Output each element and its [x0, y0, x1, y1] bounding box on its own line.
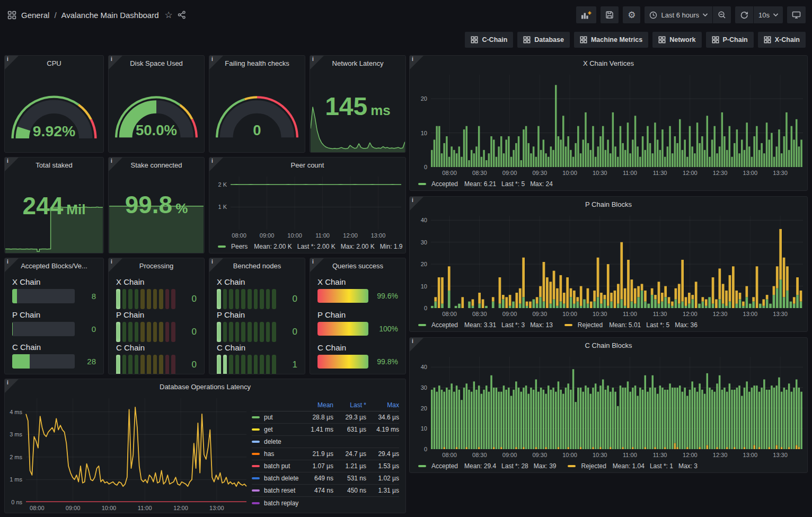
panel-title[interactable]: Peer count: [209, 157, 405, 172]
zoom-out-time-button[interactable]: [712, 6, 731, 23]
db-legend-header-max[interactable]: Max: [366, 401, 399, 409]
legend-item[interactable]: RejectedMean: 5.01Last *: 5Max: 36: [564, 321, 698, 329]
svg-text:20: 20: [421, 405, 427, 411]
share-icon[interactable]: [178, 11, 186, 19]
cycle-view-mode-button[interactable]: [787, 6, 806, 23]
refresh-interval-picker[interactable]: 10s: [753, 6, 783, 23]
led-cell: [122, 322, 127, 342]
led-cell: [235, 289, 240, 309]
panel-title[interactable]: Disk Space Used: [109, 56, 204, 71]
legend-stat: Mean: 5.01: [609, 321, 641, 329]
dashboard-link-machine-metrics[interactable]: Machine Metrics: [574, 32, 648, 48]
svg-text:10: 10: [421, 130, 427, 136]
stat-value: 99.8 %: [125, 192, 188, 217]
legend-item[interactable]: delete: [252, 438, 301, 445]
led-cell: [165, 355, 170, 374]
led-gauge-row: X Chain0: [116, 276, 197, 309]
legend-item[interactable]: AcceptedMean: 6.21Last *: 5Max: 24: [418, 180, 553, 188]
legend-item[interactable]: has: [252, 450, 301, 458]
db-legend-header-mean[interactable]: Mean: [301, 401, 333, 409]
panel-info-icon[interactable]: i: [5, 157, 19, 171]
disk-gauge: 50.0%: [109, 71, 204, 152]
panel-database-operations-latency: i Database Operations Latency 08:0009:00…: [4, 379, 406, 513]
chart-legend: AcceptedMean: 29.4Last *: 28Max: 39Rejec…: [410, 460, 807, 472]
db-legend-value: 29.3 µs: [333, 414, 366, 421]
svg-text:10:30: 10:30: [593, 311, 607, 317]
legend-item[interactable]: put: [252, 414, 301, 421]
panel-info-icon[interactable]: i: [109, 56, 122, 69]
panel-title[interactable]: Accepted Blocks/Ve...: [5, 258, 103, 273]
panel-title[interactable]: Failing health checks: [209, 56, 305, 71]
svg-text:09:00: 09:00: [66, 505, 81, 511]
legend-stat: Last *: 28: [501, 462, 528, 470]
panel-info-icon[interactable]: i: [5, 379, 19, 393]
dashboard-link-database[interactable]: Database: [517, 32, 570, 48]
panel-title[interactable]: Stake connected: [109, 157, 204, 172]
panel-info-icon[interactable]: i: [209, 157, 223, 171]
led-cell: [235, 355, 240, 374]
panel-info-icon[interactable]: i: [410, 197, 423, 211]
panel-title[interactable]: P Chain Blocks: [410, 197, 807, 212]
panel-c-chain-blocks: i C Chain Blocks 08:0008:3009:0009:3010:…: [409, 337, 808, 473]
legend-stat: Mean: 1.04: [613, 462, 645, 470]
favorite-star-icon[interactable]: ☆: [165, 10, 173, 21]
refresh-button[interactable]: [735, 6, 753, 23]
breadcrumb-dashboard-title[interactable]: Avalanche Main Dashboard: [61, 11, 159, 20]
panel-title[interactable]: Queries success: [310, 258, 405, 273]
dashboard-link-network[interactable]: Network: [652, 32, 701, 48]
svg-text:1 K: 1 K: [218, 204, 227, 210]
chain-label: C Chain: [317, 343, 398, 352]
db-legend-header-row: MeanLast *Max: [252, 399, 399, 411]
led-cell: [260, 355, 264, 374]
legend-item[interactable]: batch reset: [252, 487, 301, 494]
dashboard-link-x-chain[interactable]: X-Chain: [758, 32, 806, 48]
panel-title[interactable]: Processing: [109, 258, 204, 273]
save-dashboard-button[interactable]: [601, 6, 619, 23]
legend-stat: Min: 1.9: [380, 243, 403, 250]
legend-item[interactable]: get: [252, 426, 301, 433]
dashboard-link-c-chain[interactable]: C-Chain: [465, 32, 513, 48]
breadcrumb-folder[interactable]: General: [21, 11, 49, 20]
svg-text:10:00: 10:00: [562, 452, 577, 458]
panel-title[interactable]: C Chain Blocks: [410, 338, 807, 353]
panel-info-icon[interactable]: i: [209, 258, 223, 272]
led-strip: [116, 289, 175, 309]
svg-text:09:30: 09:30: [532, 452, 547, 458]
legend-item[interactable]: RejectedMean: 1.04Last *: 1Max: 3: [568, 462, 697, 470]
add-panel-button[interactable]: [576, 6, 596, 23]
panel-info-icon[interactable]: i: [410, 56, 423, 69]
panel-info-icon[interactable]: i: [410, 338, 423, 352]
dashboard-settings-button[interactable]: ⚙: [623, 6, 640, 23]
refresh-icon: [740, 11, 748, 19]
panel-title[interactable]: Benched nodes: [209, 258, 305, 273]
panel-title[interactable]: Network Latency: [310, 56, 405, 71]
panel-info-icon[interactable]: i: [209, 56, 223, 69]
legend-item[interactable]: batch delete: [252, 475, 301, 482]
panel-title[interactable]: Total staked: [5, 157, 103, 172]
dashboards-grid-icon[interactable]: [7, 11, 16, 20]
led-cell: [217, 289, 221, 309]
panel-title[interactable]: CPU: [5, 56, 103, 71]
legend-item[interactable]: batch put: [252, 462, 301, 470]
panel-title[interactable]: Database Operations Latency: [5, 379, 405, 394]
legend-item[interactable]: AcceptedMean: 29.4Last *: 28Max: 39: [418, 462, 556, 470]
chart-legend: PeersMean: 2.00 KLast *: 2.00 KMax: 2.00…: [209, 240, 405, 253]
time-range-picker[interactable]: Last 6 hours: [645, 6, 712, 23]
panel-info-icon[interactable]: i: [310, 56, 324, 69]
legend-item[interactable]: PeersMean: 2.00 KLast *: 2.00 KMax: 2.00…: [218, 243, 403, 250]
panel-title[interactable]: X Chain Vertices: [410, 56, 807, 71]
svg-text:12:30: 12:30: [713, 452, 728, 458]
gradient-gauge-row: X Chain99.6%: [317, 276, 398, 303]
panel-info-icon[interactable]: i: [5, 56, 19, 69]
dashboard-grid-icon: [712, 36, 719, 43]
legend-item[interactable]: AcceptedMean: 3.31Last *: 3Max: 13: [418, 321, 553, 329]
panel-info-icon[interactable]: i: [109, 258, 122, 272]
panel-info-icon[interactable]: i: [310, 258, 324, 272]
panel-info-icon[interactable]: i: [5, 258, 19, 272]
dashboard-link-p-chain[interactable]: P-Chain: [706, 32, 754, 48]
chart-legend: AcceptedMean: 6.21Last *: 5Max: 24: [410, 178, 807, 190]
legend-item[interactable]: batch replay: [252, 500, 301, 507]
panel-info-icon[interactable]: i: [109, 157, 122, 171]
db-legend-header-last[interactable]: Last *: [333, 401, 366, 409]
gradient-bar: [317, 355, 368, 369]
